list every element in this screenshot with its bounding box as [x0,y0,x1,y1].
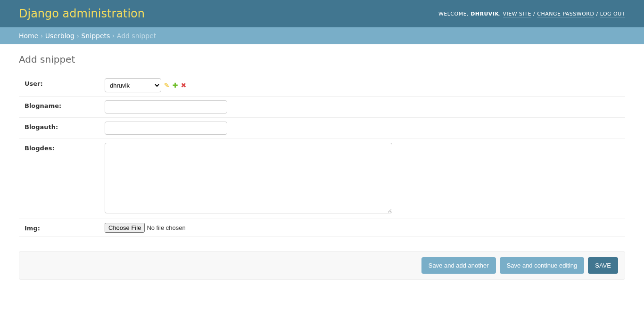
delete-icon[interactable]: ✖ [181,82,186,89]
breadcrumb-model[interactable]: Snippets [81,32,110,40]
breadcrumb-home[interactable]: Home [19,32,38,40]
blogname-input[interactable] [105,100,227,114]
user-select[interactable]: dhruvik [105,78,161,92]
welcome-text: WELCOME, [438,11,471,17]
form-row-user: User: dhruvik ✎ ✚ ✖ [19,74,625,97]
snippet-form: User: dhruvik ✎ ✚ ✖ Blogname: [19,74,625,280]
pencil-icon[interactable]: ✎ [164,82,170,89]
breadcrumb-app[interactable]: Userblog [45,32,74,40]
blogauth-input[interactable] [105,122,227,135]
user-widget-wrapper: dhruvik ✎ ✚ ✖ [105,78,186,92]
save-continue-button[interactable] [500,257,585,274]
blogdes-label: Blogdes: [25,143,100,152]
form-row-blogname: Blogname: [19,97,625,118]
branding: Django administration [19,7,145,20]
logout-link[interactable]: LOG OUT [600,11,625,17]
user-label: User: [25,78,100,87]
img-label: Img: [25,223,100,232]
fieldset: User: dhruvik ✎ ✚ ✖ Blogname: [19,74,625,237]
submit-row [19,251,625,280]
save-add-another-button[interactable] [421,257,496,274]
view-site-link[interactable]: VIEW SITE [503,11,532,17]
user-tools: WELCOME, DHRUVIK. VIEW SITE / CHANGE PAS… [438,11,625,17]
page-title: Add snippet [19,54,625,65]
header: Django administration WELCOME, DHRUVIK. … [0,0,644,27]
breadcrumb-current: Add snippet [117,32,157,40]
plus-icon[interactable]: ✚ [173,82,178,89]
save-button[interactable] [588,257,618,274]
breadcrumb: Home › Userblog › Snippets › Add snippet [0,27,644,44]
img-file-input[interactable] [105,223,221,233]
blogauth-label: Blogauth: [25,122,100,130]
change-password-link[interactable]: CHANGE PASSWORD [537,11,594,17]
content: Add snippet User: dhruvik ✎ ✚ ✖ Blog [0,44,644,299]
username: DHRUVIK [471,11,499,17]
branding-link[interactable]: Django administration [19,7,145,20]
form-row-img: Img: [19,219,625,237]
blogdes-textarea[interactable] [105,143,392,213]
form-row-blogauth: Blogauth: [19,118,625,139]
form-row-blogdes: Blogdes: [19,139,625,219]
blogname-label: Blogname: [25,100,100,109]
